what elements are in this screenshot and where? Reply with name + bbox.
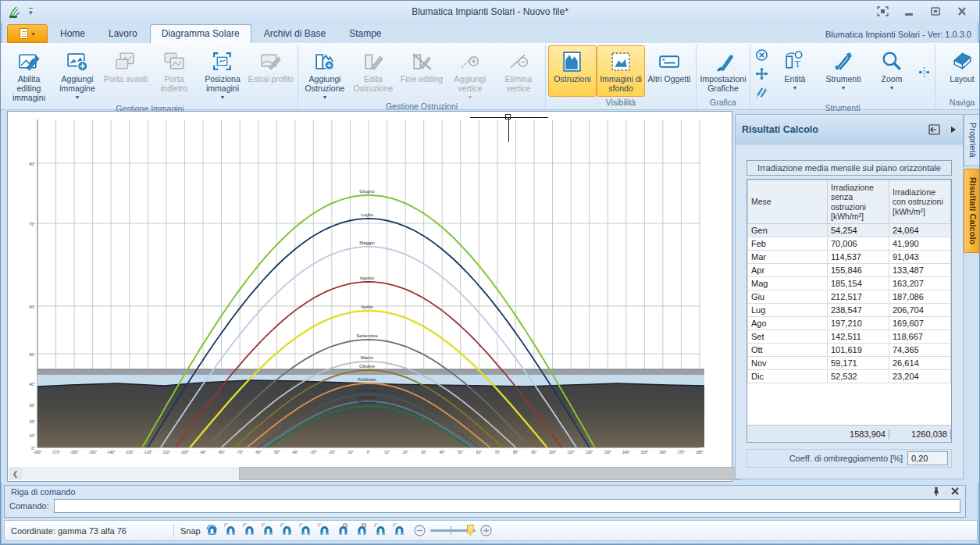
application-menu-button[interactable]: ▾	[7, 24, 48, 43]
snap-center-icon[interactable]	[393, 523, 406, 538]
shading-coefficient-value[interactable]: 0,20	[907, 451, 948, 465]
table-cell: 187,086	[889, 290, 951, 304]
delete-entity-icon[interactable]	[755, 48, 768, 65]
chevron-down-icon: ▾	[31, 30, 34, 37]
zoom-slider-control	[414, 525, 492, 536]
snap-insertion-icon[interactable]	[337, 523, 350, 538]
dock-panel-icon[interactable]	[927, 124, 941, 135]
table-cell: 133,487	[889, 264, 951, 277]
x-tick-label: 70°	[494, 451, 500, 454]
table-cell: 70,006	[828, 237, 889, 251]
app-window: ▾ Blumatica Impianti Solari - Nuovo file…	[0, 0, 980, 545]
table-row[interactable]: Ago197,210169,607	[748, 317, 951, 330]
altri-oggetti-button[interactable]: Altri Oggetti	[645, 45, 693, 97]
zoom-slider-track[interactable]	[430, 529, 476, 532]
x-tick-label: -40°	[292, 451, 299, 454]
strumenti-button[interactable]: Strumenti▼	[819, 45, 868, 102]
results-panel: Risultati Calcolo Irradiazione media men…	[735, 114, 964, 479]
snap-toggle-icon[interactable]	[205, 523, 219, 538]
x-tick-label: -100°	[180, 451, 189, 454]
tab-diagramma-solare[interactable]: Diagramma Solare	[150, 24, 251, 43]
entita-button[interactable]: TEntità▼	[771, 45, 819, 102]
snap-perpendicular-icon[interactable]	[299, 523, 312, 538]
flip-icon[interactable]	[918, 66, 931, 82]
ribbon-group-gestione-immagini: Abilita editing immaginiAggiungi immagin…	[2, 45, 298, 109]
button-label: Estrai profilo	[248, 75, 294, 84]
status-bar: Coordinate: gamma 73 alfa 76 Snap	[4, 520, 978, 541]
snap-midpoint-icon[interactable]	[243, 523, 256, 538]
tab-home[interactable]: Home	[49, 25, 96, 43]
tab-proprieta[interactable]: Proprietà	[964, 114, 979, 166]
table-row[interactable]: Giu212,517187,086	[748, 290, 951, 304]
snap-quadrant-icon[interactable]	[318, 523, 331, 538]
table-cell: Gen	[748, 224, 828, 237]
drawing-canvas[interactable]: 80°70°60°50°40°30°20°10°0° GiugnoLuglioM…	[7, 111, 732, 482]
snap-label: Snap	[180, 526, 201, 536]
table-row[interactable]: Feb70,00641,990	[748, 237, 951, 251]
x-tick-label: -20°	[329, 451, 336, 454]
dropdown-arrow-icon: ▼	[889, 85, 895, 91]
layout-button[interactable]: Layout	[938, 45, 980, 97]
horizontal-scrollbar[interactable]: ❮	[9, 467, 731, 480]
obstructions-visibility-icon	[561, 48, 584, 75]
table-row[interactable]: Gen54,25424,064	[748, 224, 951, 237]
column-header: Irradiazione con ostruzioni [kWh/m²]	[889, 180, 951, 224]
snap-tangent-icon[interactable]	[374, 523, 387, 538]
table-row[interactable]: Nov59,17126,614	[748, 357, 951, 370]
porta-avanti-button: Porta avanti	[102, 45, 150, 103]
x-tick-label: -80°	[218, 451, 225, 454]
snap-intersection-icon[interactable]	[355, 523, 369, 538]
impostazioni-grafiche-button[interactable]: Impostazioni Grafiche	[699, 45, 747, 97]
scroll-left-button[interactable]: ❮	[9, 467, 22, 480]
button-label: Porta indietro	[151, 75, 198, 94]
snap-nearest-icon[interactable]	[262, 523, 275, 538]
table-row[interactable]: Set142,511118,667	[748, 330, 951, 344]
aggiungi-ostruzione-button[interactable]: Aggiungi Ostruzione▼	[301, 45, 349, 101]
table-cell: 197,210	[828, 317, 889, 330]
command-input[interactable]	[54, 499, 960, 513]
maximize-button[interactable]	[928, 4, 943, 18]
close-button[interactable]	[954, 4, 970, 18]
move-entity-icon[interactable]	[755, 67, 768, 84]
month-curve-label: Maggio	[359, 240, 375, 245]
pin-icon[interactable]	[932, 487, 940, 497]
ostruzioni-button[interactable]: Ostruzioni	[548, 45, 597, 97]
obstruction-edit-icon	[362, 48, 385, 75]
x-tick-label: 110°	[568, 451, 575, 454]
dropdown-arrow-icon: ▼	[468, 94, 473, 101]
abilita-editing-immagini-button[interactable]: Abilita editing immagini	[5, 45, 53, 103]
x-tick-label: 0°	[367, 451, 371, 454]
month-curve-label: Aprile	[361, 305, 373, 309]
fullscreen-button[interactable]	[875, 4, 890, 18]
tab-risultati-calcolo[interactable]: Risultati Calcolo	[964, 169, 979, 253]
tab-stampe[interactable]: Stampe	[338, 25, 392, 43]
tab-archivi-di-base[interactable]: Archivi di Base	[253, 25, 337, 43]
close-panel-icon[interactable]	[951, 487, 959, 495]
zoom-slider-handle[interactable]	[467, 525, 474, 536]
table-row[interactable]: Apr155,846133,487	[748, 264, 951, 277]
zoom-out-button[interactable]	[414, 525, 426, 536]
zoom-in-button[interactable]	[480, 525, 492, 536]
snap-endpoint-icon[interactable]	[224, 523, 237, 538]
skew-entity-icon[interactable]	[755, 86, 768, 102]
collapse-panel-icon[interactable]	[950, 126, 957, 134]
x-tick-label: 90°	[532, 451, 537, 454]
month-curve-label: Luglio	[361, 212, 374, 217]
zoom-button[interactable]: Zoom▼	[868, 45, 916, 102]
minimize-button[interactable]	[901, 4, 917, 18]
table-row[interactable]: Lug238,547206,704	[748, 304, 951, 317]
table-row[interactable]: Mag185,154163,207	[748, 277, 951, 290]
tab-lavoro[interactable]: Lavoro	[98, 25, 148, 43]
irradiation-table[interactable]: MeseIrradiazione senza ostruzioni [kWh/m…	[747, 180, 951, 383]
table-row[interactable]: Ott101,61974,365	[748, 344, 951, 357]
month-curve-label: Ottobre	[359, 364, 376, 369]
aggiungi-immagine-button[interactable]: Aggiungi immagine▼	[53, 45, 102, 103]
posiziona-immagini-button[interactable]: Posiziona immagini▼	[198, 45, 247, 103]
scrollbar-thumb[interactable]	[239, 467, 741, 480]
button-label: Elimina vertice	[495, 75, 542, 94]
snap-node-icon[interactable]	[280, 523, 294, 538]
table-row[interactable]: Dic52,53223,204	[748, 370, 951, 383]
table-row[interactable]: Mar114,53791,043	[748, 251, 951, 264]
immagini-di-sfondo-button[interactable]: Immagini di sfondo	[597, 45, 645, 97]
send-back-icon	[162, 48, 186, 75]
